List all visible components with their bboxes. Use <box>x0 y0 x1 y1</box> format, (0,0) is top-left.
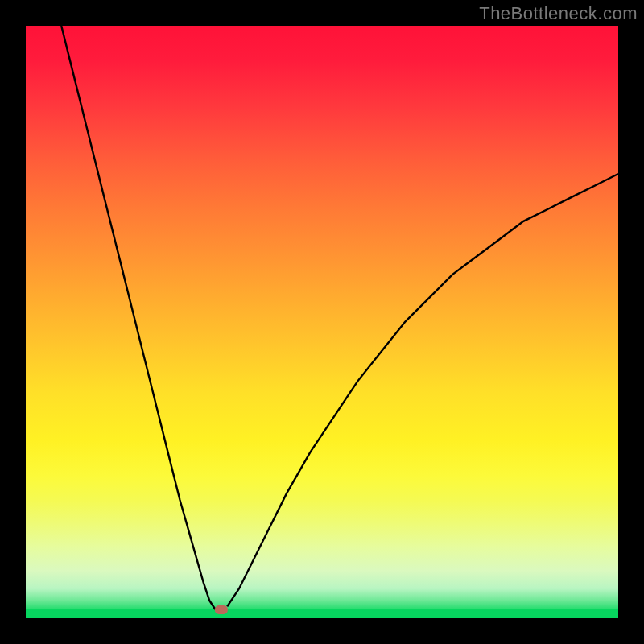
right-branch-path <box>227 174 618 606</box>
curve-layer <box>26 26 618 618</box>
left-branch-path <box>61 26 215 609</box>
chart-frame: TheBottleneck.com <box>0 0 644 644</box>
watermark-label: TheBottleneck.com <box>479 3 638 24</box>
min-marker <box>215 605 228 614</box>
plot-area <box>26 26 618 618</box>
